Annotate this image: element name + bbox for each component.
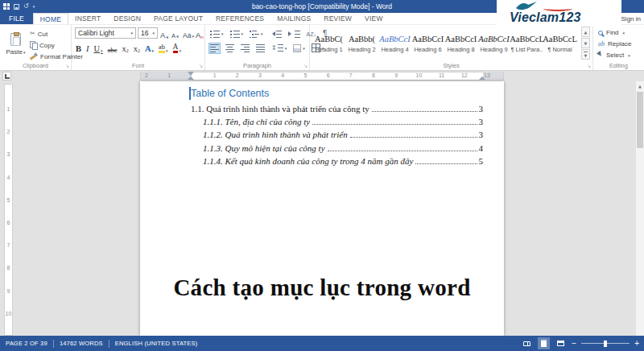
numbering-button[interactable]: ▾	[229, 29, 245, 39]
tab-selector[interactable]	[2, 72, 11, 81]
subscript-button[interactable]: x2	[122, 45, 128, 54]
zoom-out-button[interactable]: −	[572, 340, 576, 348]
styles-gallery: AaBbC(Heading 1AaBbb(Heading 2AaBbCcIHea…	[312, 27, 576, 62]
gallery-scroll-up-icon[interactable]: ▲	[581, 27, 590, 37]
gallery-more-icon[interactable]: ▼	[581, 49, 590, 60]
style-heading-4[interactable]: AaBbCcIHeading 4	[378, 27, 411, 62]
scrollbar-thumb[interactable]	[637, 92, 643, 148]
text-effects-button[interactable]: A▾	[145, 45, 154, 54]
paragraph-group-label: Paragraph	[205, 62, 309, 69]
page-indicator[interactable]: PAGE 2 OF 39	[0, 336, 53, 351]
undo-icon[interactable]: ↺	[23, 3, 29, 10]
shading-button[interactable]: ▾	[292, 43, 306, 53]
toc-page-number: 3	[479, 102, 484, 115]
font-name-select[interactable]: Calibri Light▾	[75, 27, 136, 39]
style-heading-9[interactable]: AaBbCcIHeading 9	[477, 27, 510, 62]
align-right-button[interactable]	[240, 43, 250, 53]
ribbon-tab-review[interactable]: REVIEW	[317, 13, 358, 24]
zoom-slider-thumb[interactable]	[604, 341, 607, 347]
replace-button[interactable]: abReplace	[598, 40, 631, 47]
ribbon-tab-mailings[interactable]: MAILINGS	[270, 13, 317, 24]
ribbon-tab-insert[interactable]: INSERT	[68, 13, 107, 24]
word-app-icon[interactable]	[3, 3, 10, 10]
styles-dialog-launcher-icon[interactable]: ↘	[587, 63, 591, 68]
copy-label: Copy	[39, 42, 55, 49]
line-spacing-button[interactable]: ↕▾	[270, 43, 287, 52]
print-layout-icon	[541, 340, 547, 347]
bullets-button[interactable]: ▾	[209, 29, 225, 39]
font-color-button[interactable]: A▾	[173, 43, 181, 53]
paragraph-dialog-launcher-icon[interactable]: ↘	[303, 63, 308, 68]
style-list-para[interactable]: AaBbCcL¶ List Para...	[510, 27, 543, 62]
strikethrough-button[interactable]: abc	[108, 47, 118, 54]
toc-entry[interactable]: 1.1. Quá trình hình thành và phát triển …	[191, 102, 483, 115]
justify-button[interactable]	[255, 43, 266, 53]
save-icon[interactable]	[14, 4, 19, 10]
multilevel-list-button[interactable]: ▾	[249, 29, 264, 39]
read-mode-button[interactable]	[521, 337, 533, 349]
align-left-button[interactable]	[209, 43, 220, 53]
font-size-select[interactable]: 16▾	[138, 27, 158, 39]
vertical-ruler[interactable]: 12345678910	[4, 84, 13, 336]
gallery-scroll-down-icon[interactable]: ▼	[581, 38, 590, 48]
toc-heading: Table of Contents	[140, 81, 504, 101]
ribbon-tab-view[interactable]: VIEW	[358, 13, 390, 24]
word-count[interactable]: 14762 WORDS	[54, 336, 109, 351]
find-button[interactable]: Find▾	[598, 29, 625, 36]
search-icon	[598, 31, 603, 35]
toc-entry[interactable]: 1.1.3. Quy mô hiện tại của công ty4	[203, 142, 483, 155]
toc-entry[interactable]: 1.1.1. Tên, địa chỉ của công ty3	[203, 115, 483, 128]
style-preview: AaBbCcI	[379, 35, 411, 44]
style-heading-8[interactable]: AaBbCcIHeading 8	[444, 27, 477, 62]
toc-entry[interactable]: 1.1.2. Quá trình hình thành và phát triể…	[203, 128, 483, 141]
qat-customize-icon[interactable]: ▾	[33, 4, 35, 9]
styles-gallery-scroll: ▲ ▼ ▼	[581, 27, 590, 60]
clipboard-dialog-launcher-icon[interactable]: ↘	[65, 63, 69, 68]
chevron-down-icon: ▾	[130, 31, 133, 35]
first-line-indent-marker[interactable]	[188, 72, 194, 76]
scroll-up-icon[interactable]: ▲	[636, 81, 644, 90]
ribbon-tab-references[interactable]: REFERENCES	[209, 13, 270, 24]
style-heading-6[interactable]: AaBbCcIHeading 6	[411, 27, 444, 62]
right-indent-marker[interactable]	[479, 76, 485, 80]
ribbon-tab-home[interactable]: HOME	[33, 13, 68, 24]
change-case-button[interactable]: Aa▾	[183, 28, 194, 39]
ribbon-tab-file[interactable]: FILE	[0, 13, 33, 24]
language-indicator[interactable]: ENGLISH (UNITED STATES)	[109, 336, 204, 351]
hanging-indent-marker[interactable]	[188, 76, 194, 80]
toc-page-number: 5	[479, 155, 484, 167]
sign-in-link[interactable]: Sign in	[621, 15, 641, 23]
zoom-slider[interactable]	[581, 343, 630, 344]
style-normal[interactable]: AaBbCcL¶ Normal	[543, 27, 576, 62]
style-heading-2[interactable]: AaBbb(Heading 2	[345, 27, 378, 62]
paste-button[interactable]: Paste▾	[2, 27, 29, 62]
zoom-in-button[interactable]: +	[634, 340, 639, 348]
ribbon-tab-page-layout[interactable]: PAGE LAYOUT	[147, 13, 209, 24]
align-center-button[interactable]	[225, 43, 235, 53]
bold-button[interactable]: B	[76, 45, 81, 54]
web-layout-button[interactable]	[555, 337, 567, 349]
superscript-button[interactable]: x2	[134, 45, 140, 54]
style-name: Heading 1	[315, 46, 342, 53]
style-name: ¶ List Para...	[511, 46, 543, 53]
select-label: Select	[606, 52, 624, 59]
clear-formatting-button[interactable]: A	[196, 28, 200, 39]
select-button[interactable]: Select▾	[598, 52, 630, 59]
horizontal-ruler[interactable]: 2112345678910111213	[0, 71, 644, 81]
font-dialog-launcher-icon[interactable]: ↘	[199, 63, 203, 68]
editing-group: Find▾ abReplace Select▾ Editing	[593, 25, 644, 70]
increase-indent-button[interactable]	[287, 30, 301, 39]
shrink-font-button[interactable]: A▼	[171, 28, 179, 39]
highlight-button[interactable]: ab▾	[159, 43, 168, 53]
style-heading-1[interactable]: AaBbC(Heading 1	[312, 27, 345, 62]
grow-font-button[interactable]: A▲	[160, 28, 168, 39]
vertical-scrollbar[interactable]: ▲	[635, 81, 644, 336]
decrease-indent-button[interactable]	[269, 30, 283, 39]
ribbon-tab-design[interactable]: DESIGN	[107, 13, 147, 24]
print-layout-button[interactable]	[538, 337, 550, 349]
underline-button[interactable]: U▾	[94, 45, 103, 54]
toc-entry[interactable]: 1.1.4. Kết quả kinh doanh của công ty tr…	[203, 155, 483, 167]
document-page[interactable]: Table of Contents 1.1. Quá trình hình th…	[140, 81, 504, 336]
style-name: ¶ Normal	[547, 46, 572, 53]
italic-button[interactable]: I	[86, 45, 89, 54]
